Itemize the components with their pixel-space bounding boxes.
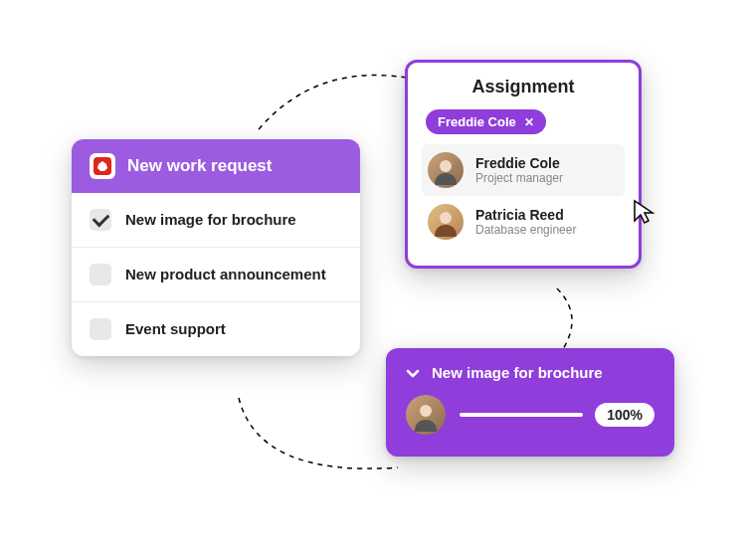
chevron-down-icon[interactable] xyxy=(406,366,420,380)
chip-label: Freddie Cole xyxy=(438,114,516,129)
request-item[interactable]: Event support xyxy=(72,302,360,356)
progress-row: 100% xyxy=(406,395,654,435)
progress-bar xyxy=(460,413,583,417)
work-request-header: New work request xyxy=(72,139,360,193)
progress-percent: 100% xyxy=(595,403,654,427)
progress-header[interactable]: New image for brochure xyxy=(406,364,654,381)
avatar xyxy=(406,395,446,435)
assignee-chip[interactable]: Freddie Cole ✕ xyxy=(426,109,546,134)
person-role: Database engineer xyxy=(475,223,576,237)
avatar xyxy=(428,152,464,188)
progress-title: New image for brochure xyxy=(432,364,603,381)
person-name: Patricia Reed xyxy=(475,207,576,223)
checkbox-icon[interactable] xyxy=(90,264,111,285)
request-item[interactable]: New image for brochure xyxy=(72,193,360,248)
request-item[interactable]: New product announcement xyxy=(72,248,360,302)
person-row[interactable]: Freddie Cole Project manager xyxy=(422,144,625,196)
avatar xyxy=(428,204,464,240)
app-icon xyxy=(90,153,115,179)
assignment-card: Assignment Freddie Cole ✕ Freddie Cole P… xyxy=(405,60,642,269)
cursor-icon xyxy=(633,199,656,227)
close-icon[interactable]: ✕ xyxy=(524,115,534,129)
progress-card: New image for brochure 100% xyxy=(386,348,674,457)
person-role: Project manager xyxy=(475,171,563,185)
assignment-title: Assignment xyxy=(422,77,625,97)
request-item-label: Event support xyxy=(125,319,226,339)
checkbox-checked-icon[interactable] xyxy=(90,209,111,231)
request-item-label: New product announcement xyxy=(125,265,326,284)
work-request-card: New work request New image for brochure … xyxy=(72,139,360,356)
person-row[interactable]: Patricia Reed Database engineer xyxy=(422,196,625,248)
person-name: Freddie Cole xyxy=(475,155,563,171)
checkbox-icon[interactable] xyxy=(90,318,111,340)
request-item-label: New image for brochure xyxy=(125,210,296,230)
work-request-title: New work request xyxy=(127,156,273,176)
